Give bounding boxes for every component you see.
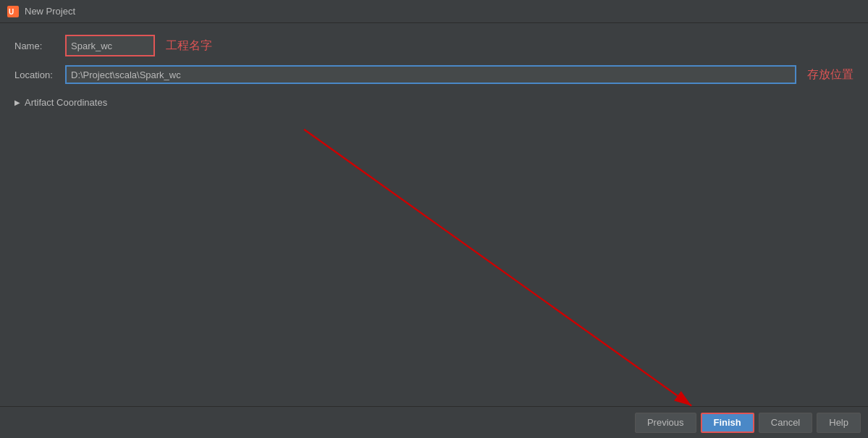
- name-input[interactable]: [67, 36, 153, 55]
- content-area: Name: 工程名字 Location: 存放位置 ▶ Artifact Coo…: [0, 23, 868, 438]
- location-annotation: 存放位置: [807, 67, 854, 83]
- svg-line-3: [304, 130, 691, 406]
- artifact-coordinates-row[interactable]: ▶ Artifact Coordinates: [14, 93, 854, 112]
- dialog-container: U New Project Name: 工程名字 Location: 存放位置 …: [0, 0, 868, 438]
- app-icon: U: [7, 6, 19, 17]
- finish-button[interactable]: Finish: [701, 413, 754, 433]
- location-label: Location:: [14, 70, 65, 80]
- name-label: Name:: [14, 41, 65, 51]
- location-input[interactable]: [65, 65, 796, 84]
- expand-arrow-icon: ▶: [14, 98, 20, 106]
- name-annotation: 工程名字: [166, 38, 212, 54]
- annotation-arrow: [0, 23, 868, 438]
- bottom-bar: Previous Finish Cancel Help: [0, 406, 868, 438]
- name-input-wrapper: [65, 35, 155, 56]
- name-row: Name: 工程名字: [14, 35, 854, 56]
- dialog-title: New Project: [25, 6, 75, 17]
- title-bar: U New Project: [0, 0, 868, 23]
- location-row: Location: 存放位置: [14, 65, 854, 84]
- artifact-label: Artifact Coordinates: [25, 97, 107, 108]
- cancel-button[interactable]: Cancel: [759, 413, 812, 433]
- svg-text:U: U: [9, 8, 14, 16]
- previous-button[interactable]: Previous: [635, 413, 696, 433]
- help-button[interactable]: Help: [817, 413, 861, 433]
